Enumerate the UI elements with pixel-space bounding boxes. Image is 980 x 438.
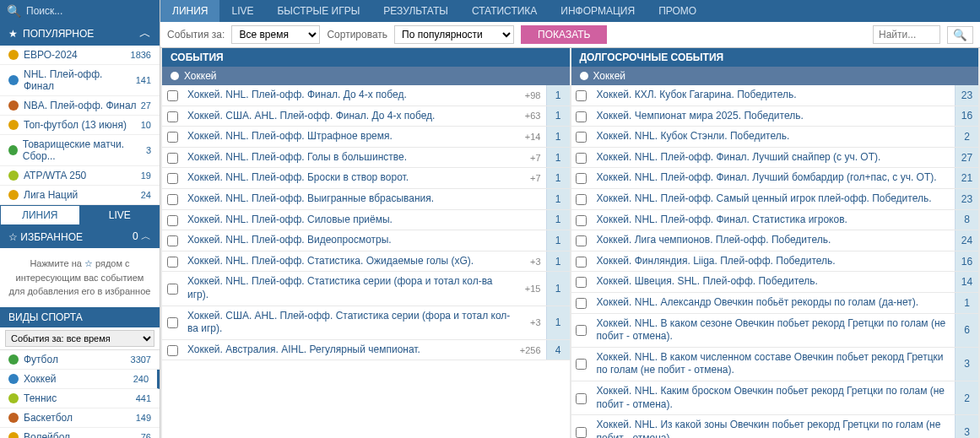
event-checkbox[interactable] [167,132,178,143]
chevron-up-icon[interactable]: ︿ [141,230,151,242]
event-name[interactable]: Хоккей. NHL. Плей-офф. Видеопросмотры. [182,230,546,251]
event-badge[interactable]: 1 [546,272,570,305]
event-checkbox[interactable] [167,215,178,226]
event-badge[interactable]: 1 [546,127,570,147]
event-checkbox[interactable] [576,257,587,268]
event-checkbox[interactable] [167,173,178,184]
event-checkbox[interactable] [576,153,587,164]
popular-item[interactable]: Лига Наций24 [0,186,160,205]
event-badge[interactable]: 6 [955,314,978,347]
event-name[interactable]: Хоккей. Финляндия. Liiga. Плей-офф. Побе… [592,251,956,272]
event-name[interactable]: Хоккей. США. AHL. Плей-офф. Финал. До 4-… [182,106,520,127]
event-name[interactable]: Хоккей. NHL. Плей-офф. Финал. Статистика… [592,210,956,230]
event-name[interactable]: Хоккей. Швеция. SHL. Плей-офф. Победител… [592,272,956,292]
popular-item[interactable]: ATP/WTA 25019 [0,166,160,186]
find-button[interactable]: 🔍 [947,26,973,44]
event-name[interactable]: Хоккей. КХЛ. Кубок Гагарина. Победитель. [592,85,956,105]
favorites-header[interactable]: ☆ ИЗБРАННОЕ 0 ︿ [0,225,160,248]
event-checkbox[interactable] [167,257,178,268]
event-checkbox[interactable] [167,317,178,328]
event-name[interactable]: Хоккей. США. AHL. Плей-офф. Статистика с… [182,306,525,339]
event-name[interactable]: Хоккей. Чемпионат мира 2025. Победитель. [592,106,956,127]
event-badge[interactable]: 1 [546,210,570,230]
sport-item[interactable]: Баскетбол149 [0,408,160,428]
event-name[interactable]: Хоккей. NHL. Александр Овечкин побьёт ре… [592,293,956,313]
event-badge[interactable]: 2 [955,381,978,414]
event-name[interactable]: Хоккей. NHL. Из какой зоны Овечкин побье… [592,415,956,438]
nav-item[interactable]: ПРОМО [647,0,708,22]
nav-item[interactable]: ЛИНИЯ [160,0,219,22]
event-badge[interactable]: 8 [955,210,978,230]
event-badge[interactable]: 3 [955,415,978,438]
event-name[interactable]: Хоккей. NHL. В каком численном составе О… [592,348,956,381]
event-badge[interactable]: 1 [546,106,570,127]
event-badge[interactable]: 23 [955,85,978,105]
sport-item[interactable]: Теннис441 [0,389,160,408]
event-name[interactable]: Хоккей. Лига чемпионов. Плей-офф. Победи… [592,230,956,251]
event-checkbox[interactable] [576,277,587,288]
event-checkbox[interactable] [576,215,587,226]
sports-time-select[interactable]: События за: все время [5,330,154,347]
popular-header[interactable]: ★ПОПУЛЯРНОЕ ︿ [0,22,160,46]
event-badge[interactable]: 14 [955,272,978,292]
event-checkbox[interactable] [576,111,587,122]
event-name[interactable]: Хоккей. NHL. Плей-офф. Статистика. Ожида… [182,251,525,272]
event-name[interactable]: Хоккей. NHL. В каком сезоне Овечкин побь… [592,314,956,347]
event-name[interactable]: Хоккей. NHL. Каким броском Овечкин побье… [592,381,956,414]
sport-item[interactable]: Волейбол76 [0,428,160,439]
event-name[interactable]: Хоккей. NHL. Плей-офф. Броски в створ во… [182,168,525,188]
event-name[interactable]: Хоккей. NHL. Плей-офф. Силовые приёмы. [182,210,546,230]
event-checkbox[interactable] [576,235,587,246]
event-badge[interactable]: 24 [955,230,978,251]
event-name[interactable]: Хоккей. Австралия. AIHL. Регулярный чемп… [182,340,515,360]
event-name[interactable]: Хоккей. NHL. Плей-офф. Статистика серии … [182,272,520,305]
event-badge[interactable]: 16 [955,106,978,127]
event-badge[interactable]: 1 [546,148,570,168]
popular-item[interactable]: ЕВРО-20241836 [0,46,160,65]
nav-item[interactable]: LIVE [219,0,265,22]
sports-header[interactable]: ВИДЫ СПОРТА [0,307,160,327]
find-input[interactable] [873,25,940,44]
event-badge[interactable]: 1 [546,85,570,105]
nav-item[interactable]: СТАТИСТИКА [460,0,549,22]
popular-item[interactable]: Топ-футбол (13 июня)10 [0,116,160,135]
event-checkbox[interactable] [167,90,178,101]
event-checkbox[interactable] [167,235,178,246]
popular-item[interactable]: Товарищеские матчи. Сбор...3 [0,135,160,166]
sport-header-left[interactable]: Хоккей [162,67,570,85]
sort-select[interactable]: По популярности [394,25,514,44]
event-badge[interactable]: 1 [546,306,570,339]
nav-item[interactable]: БЫСТРЫЕ ИГРЫ [265,0,371,22]
event-badge[interactable]: 23 [955,189,978,209]
event-badge[interactable]: 1 [546,189,570,209]
chevron-up-icon[interactable]: ︿ [139,26,151,41]
event-badge[interactable]: 2 [955,127,978,147]
popular-item[interactable]: NHL. Плей-офф. Финал141 [0,65,160,96]
event-checkbox[interactable] [167,153,178,164]
event-checkbox[interactable] [576,194,587,205]
event-badge[interactable]: 3 [955,348,978,381]
sport-item[interactable]: Футбол3307 [0,350,160,370]
event-checkbox[interactable] [167,284,178,295]
event-checkbox[interactable] [576,173,587,184]
event-name[interactable]: Хоккей. NHL. Плей-офф. Самый ценный игро… [592,189,956,209]
search-input[interactable] [26,5,153,17]
event-name[interactable]: Хоккей. NHL. Плей-офф. Финал. Лучший сна… [592,148,956,168]
event-badge[interactable]: 16 [955,251,978,272]
popular-item[interactable]: NBA. Плей-офф. Финал27 [0,96,160,116]
event-checkbox[interactable] [167,194,178,205]
event-checkbox[interactable] [576,132,587,143]
event-name[interactable]: Хоккей. NHL. Плей-офф. Голы в большинств… [182,148,525,168]
event-checkbox[interactable] [576,298,587,309]
sport-header-right[interactable]: Хоккей [571,67,979,85]
event-checkbox[interactable] [167,111,178,122]
event-badge[interactable]: 27 [955,148,978,168]
nav-item[interactable]: РЕЗУЛЬТАТЫ [371,0,460,22]
event-name[interactable]: Хоккей. NHL. Плей-офф. Выигранные вбрасы… [182,189,546,209]
event-badge[interactable]: 1 [546,251,570,272]
event-name[interactable]: Хоккей. NHL. Кубок Стэнли. Победитель. [592,127,956,147]
event-checkbox[interactable] [576,359,587,370]
event-name[interactable]: Хоккей. NHL. Плей-офф. Финал. Лучший бом… [592,168,956,188]
event-checkbox[interactable] [576,325,587,336]
sport-item[interactable]: Хоккей240 [0,370,160,389]
